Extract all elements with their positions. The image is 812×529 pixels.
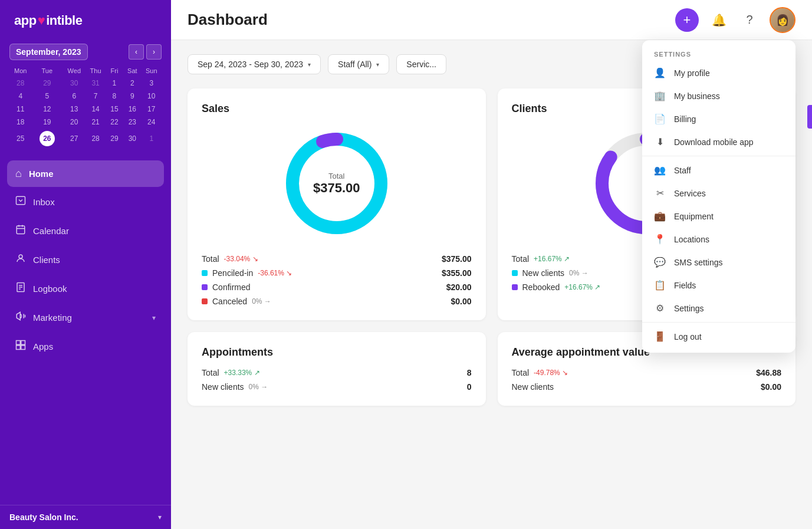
- calendar-day[interactable]: 9: [123, 90, 141, 103]
- avatar-button[interactable]: 👩: [770, 7, 795, 33]
- calendar-day[interactable]: 5: [32, 90, 63, 103]
- calendar-day[interactable]: 20: [63, 116, 86, 129]
- menu-divider-1: [642, 156, 795, 156]
- menu-item-fields[interactable]: 📋 Fields: [642, 274, 795, 297]
- calendar-day[interactable]: 25: [9, 129, 32, 149]
- calendar-day[interactable]: 2: [123, 77, 141, 90]
- calendar-day[interactable]: 12: [32, 103, 63, 116]
- menu-item-sms-settings[interactable]: 💬 SMS settings: [642, 251, 795, 274]
- calendar-day[interactable]: 28: [9, 77, 32, 90]
- date-range-filter[interactable]: Sep 24, 2023 - Sep 30, 2023 ▾: [188, 54, 321, 74]
- stat-penciled: Penciled-in -36.61% ↘ $355.00: [202, 268, 472, 278]
- calendar-day[interactable]: 23: [123, 116, 141, 129]
- rebooked-dot: [512, 284, 518, 290]
- sidebar-item-logbook[interactable]: Logbook: [7, 275, 164, 303]
- notifications-button[interactable]: 🔔: [708, 9, 729, 31]
- sidebar-item-label-apps: Apps: [33, 341, 53, 351]
- sales-stats: Total -33.04% ↘ $375.00 Penciled-in -36.…: [202, 254, 472, 306]
- cal-header-fri: Fri: [106, 66, 123, 77]
- calendar-day[interactable]: 30: [123, 129, 141, 149]
- calendar-day[interactable]: 15: [106, 103, 123, 116]
- menu-item-download-app[interactable]: ⬇ Download mobile app: [642, 130, 795, 153]
- staff-menu-label: Staff: [674, 166, 691, 175]
- sidebar-footer[interactable]: Beauty Salon Inc. ▾: [0, 505, 171, 529]
- services-label: Services: [674, 189, 706, 198]
- appointments-title: Appointments: [202, 346, 472, 359]
- calendar-day[interactable]: 29: [32, 77, 63, 90]
- calendar-day[interactable]: 22: [106, 116, 123, 129]
- calendar-day[interactable]: 31: [86, 77, 105, 90]
- billing-label: Billing: [674, 114, 696, 124]
- sidebar-item-inbox[interactable]: Inbox: [7, 188, 164, 216]
- calendar-next-btn[interactable]: ›: [146, 44, 162, 60]
- menu-item-billing[interactable]: 📄 Billing: [642, 107, 795, 130]
- calendar-grid: Mon Tue Wed Thu Fri Sat Sun 282930311234…: [9, 66, 162, 149]
- avg-new-value: $0.00: [761, 382, 781, 392]
- menu-item-locations[interactable]: 📍 Locations: [642, 228, 795, 251]
- calendar-day[interactable]: 29: [106, 129, 123, 149]
- calendar-day[interactable]: 3: [142, 77, 162, 90]
- calendar-day[interactable]: 13: [63, 103, 86, 116]
- svg-marker-10: [17, 312, 20, 320]
- sidebar-item-apps[interactable]: Apps: [7, 333, 164, 360]
- calendar-day[interactable]: 10: [142, 90, 162, 103]
- staff-menu-icon: 👥: [654, 165, 666, 176]
- calendar-day[interactable]: 1: [106, 77, 123, 90]
- appt-total-label: Total: [202, 368, 219, 377]
- calendar-day[interactable]: 19: [32, 116, 63, 129]
- date-range-label: Sep 24, 2023 - Sep 30, 2023: [198, 60, 303, 69]
- menu-item-settings[interactable]: ⚙ Settings: [642, 297, 795, 320]
- help-button[interactable]: ?: [739, 9, 760, 31]
- calendar-day[interactable]: 16: [123, 103, 141, 116]
- calendar-day[interactable]: 11: [9, 103, 32, 116]
- staff-filter[interactable]: Staff (All) ▾: [328, 54, 389, 74]
- sidebar-item-marketing[interactable]: Marketing ▾: [7, 304, 164, 331]
- logo-text-app: app: [14, 13, 37, 28]
- calendar-day[interactable]: 7: [86, 90, 105, 103]
- calendar-day[interactable]: 24: [142, 116, 162, 129]
- calendar-day[interactable]: 4: [9, 90, 32, 103]
- top-bar-actions: + 🔔 ? 👩: [675, 7, 795, 33]
- sms-settings-label: SMS settings: [674, 258, 722, 267]
- sales-title: Sales: [202, 103, 472, 115]
- menu-item-my-business[interactable]: 🏢 My business: [642, 84, 795, 107]
- business-name: Beauty Salon Inc.: [9, 512, 78, 522]
- calendar-prev-btn[interactable]: ‹: [129, 44, 144, 60]
- logout-icon: 🚪: [654, 331, 666, 342]
- inbox-icon: [15, 195, 26, 209]
- calendar-day[interactable]: 17: [142, 103, 162, 116]
- menu-item-logout[interactable]: 🚪 Log out: [642, 325, 795, 348]
- calendar-day[interactable]: 28: [86, 129, 105, 149]
- calendar-section: September, 2023 ‹ › Mon Tue Wed Thu Fri …: [0, 38, 171, 156]
- sidebar-item-home[interactable]: ⌂ Home: [7, 160, 164, 187]
- menu-item-services[interactable]: ✂ Services: [642, 182, 795, 205]
- calendar-day[interactable]: 6: [63, 90, 86, 103]
- appt-new-change: 0% →: [249, 383, 268, 391]
- calendar-day[interactable]: 27: [63, 129, 86, 149]
- calendar-day[interactable]: 8: [106, 90, 123, 103]
- calendar-day[interactable]: 1: [142, 129, 162, 149]
- menu-item-staff[interactable]: 👥 Staff: [642, 159, 795, 182]
- menu-item-equipment[interactable]: 💼 Equipment: [642, 205, 795, 228]
- marketing-chevron-icon: ▾: [152, 314, 156, 322]
- appt-stat-new: New clients 0% → 0: [202, 382, 472, 392]
- calendar-day[interactable]: 30: [63, 77, 86, 90]
- calendar-day[interactable]: 18: [9, 116, 32, 129]
- scroll-accent: [807, 105, 812, 129]
- stat-total-change: -33.04% ↘: [224, 255, 258, 263]
- calendar-day[interactable]: 14: [86, 103, 105, 116]
- menu-item-my-profile[interactable]: 👤 My profile: [642, 61, 795, 84]
- add-button[interactable]: +: [675, 8, 699, 32]
- sidebar-item-calendar[interactable]: Calendar: [7, 217, 164, 245]
- calendar-day[interactable]: 21: [86, 116, 105, 129]
- stat-confirmed-value: $20.00: [446, 282, 472, 292]
- cal-header-sat: Sat: [123, 66, 141, 77]
- staff-filter-label: Staff (All): [338, 60, 372, 69]
- settings-header-label: SETTINGS: [642, 45, 795, 61]
- service-filter[interactable]: Servic...: [396, 54, 446, 74]
- calendar-day[interactable]: 26: [32, 129, 63, 149]
- sidebar-nav: ⌂ Home Inbox Calendar Clients Logbook: [0, 156, 171, 505]
- sidebar-item-clients[interactable]: Clients: [7, 246, 164, 274]
- settings-label: Settings: [674, 304, 704, 313]
- avg-stat-new: New clients $0.00: [512, 382, 782, 392]
